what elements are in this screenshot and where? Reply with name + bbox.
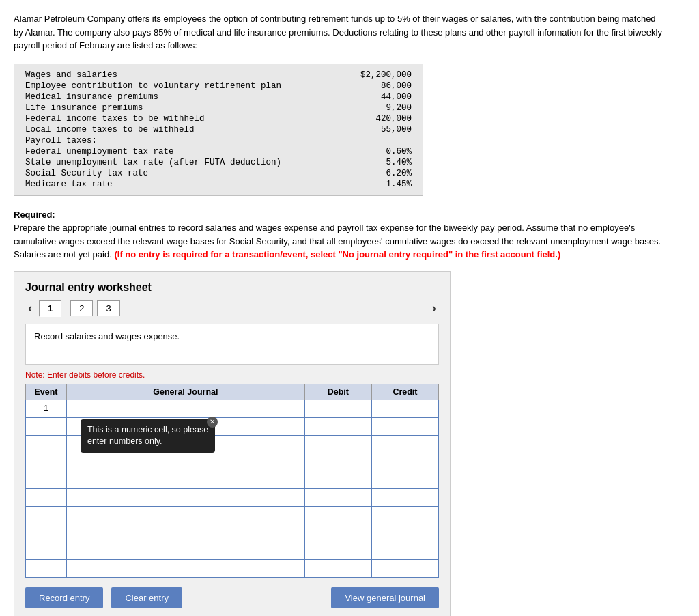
data-row-label: State unemployment tax rate (after FUTA … — [23, 157, 345, 168]
general-journal-input[interactable] — [67, 436, 304, 453]
table-row — [26, 417, 439, 435]
credit-input[interactable] — [372, 400, 438, 417]
debit-cell[interactable] — [304, 417, 371, 435]
credit-cell[interactable] — [371, 524, 438, 542]
tab-1-button[interactable]: 1 — [39, 300, 61, 317]
event-cell — [26, 435, 67, 453]
debit-cell[interactable] — [304, 453, 371, 471]
debit-input[interactable] — [305, 560, 371, 577]
instruction-box: Record salaries and wages expense. — [25, 324, 439, 365]
general-journal-cell[interactable] — [66, 453, 304, 471]
general-journal-input[interactable] — [67, 418, 304, 435]
credit-input[interactable] — [372, 524, 438, 542]
general-journal-cell[interactable] — [66, 506, 304, 524]
general-journal-cell[interactable]: This is a numeric cell, so pleaseenter n… — [66, 400, 304, 417]
event-cell — [26, 453, 67, 471]
credit-cell[interactable] — [371, 559, 438, 577]
data-row-label: Life insurance premiums — [23, 102, 345, 113]
debit-input[interactable] — [305, 489, 371, 506]
debit-input[interactable] — [305, 453, 371, 471]
tab-2-button[interactable]: 2 — [70, 300, 93, 316]
credit-cell[interactable] — [371, 542, 438, 559]
general-journal-cell[interactable] — [66, 488, 304, 506]
debit-input[interactable] — [305, 436, 371, 453]
data-row-value: 55,000 — [345, 124, 414, 135]
event-cell — [26, 524, 67, 542]
credit-cell[interactable] — [371, 471, 438, 488]
data-row-value: 44,000 — [345, 92, 414, 102]
table-row — [26, 488, 439, 506]
general-journal-cell[interactable] — [66, 435, 304, 453]
tab-divider — [66, 301, 66, 316]
general-journal-input[interactable] — [67, 453, 304, 471]
data-row-value — [345, 135, 414, 146]
credit-input[interactable] — [372, 560, 438, 577]
credit-cell[interactable] — [371, 453, 438, 471]
data-row-value: 86,000 — [345, 81, 414, 92]
data-row-value: 5.40% — [345, 157, 414, 168]
debit-input[interactable] — [305, 524, 371, 542]
debit-cell[interactable] — [304, 471, 371, 488]
tab-3-button[interactable]: 3 — [97, 300, 119, 316]
debit-cell[interactable] — [304, 559, 371, 577]
prev-tab-button[interactable]: ‹ — [25, 301, 35, 316]
data-row-label: Federal unemployment tax rate — [23, 146, 345, 157]
table-row — [26, 559, 439, 577]
general-journal-input[interactable] — [67, 560, 304, 577]
general-journal-cell[interactable] — [66, 559, 304, 577]
debit-cell[interactable] — [304, 488, 371, 506]
tooltip-wrapper: This is a numeric cell, so pleaseenter n… — [67, 400, 304, 417]
general-journal-input[interactable] — [67, 471, 304, 488]
credit-input[interactable] — [372, 489, 438, 506]
data-row-label: Wages and salaries — [23, 70, 345, 81]
debit-cell[interactable] — [304, 524, 371, 542]
general-journal-input[interactable] — [67, 524, 304, 542]
event-cell — [26, 542, 67, 559]
credit-input[interactable] — [372, 507, 438, 524]
credit-input[interactable] — [372, 436, 438, 453]
data-row-value: 9,200 — [345, 102, 414, 113]
general-journal-input[interactable] — [67, 400, 304, 417]
general-journal-input[interactable] — [67, 489, 304, 506]
record-entry-button[interactable]: Record entry — [25, 587, 103, 608]
event-cell — [26, 506, 67, 524]
debit-cell[interactable] — [304, 400, 371, 417]
data-row-label: Employee contribution to voluntary retir… — [23, 81, 345, 92]
data-row-label: Social Security tax rate — [23, 168, 345, 179]
debit-cell[interactable] — [304, 542, 371, 559]
general-journal-cell[interactable] — [66, 417, 304, 435]
payroll-data-table: Wages and salaries$2,200,000Employee con… — [14, 64, 423, 196]
general-journal-input[interactable] — [67, 507, 304, 524]
next-tab-button[interactable]: › — [429, 301, 439, 316]
credit-cell[interactable] — [371, 435, 438, 453]
general-journal-cell[interactable] — [66, 471, 304, 488]
table-row — [26, 435, 439, 453]
debit-input[interactable] — [305, 400, 371, 417]
data-row-value: 420,000 — [345, 113, 414, 124]
debit-input[interactable] — [305, 471, 371, 488]
general-journal-cell[interactable] — [66, 542, 304, 559]
debit-cell[interactable] — [304, 435, 371, 453]
clear-entry-button[interactable]: Clear entry — [111, 587, 182, 608]
view-general-journal-button[interactable]: View general journal — [331, 587, 439, 608]
data-row-label: Medical insurance premiums — [23, 92, 345, 102]
credit-cell[interactable] — [371, 506, 438, 524]
credit-input[interactable] — [372, 418, 438, 435]
credit-input[interactable] — [372, 542, 438, 559]
credit-cell[interactable] — [371, 488, 438, 506]
general-journal-input[interactable] — [67, 542, 304, 559]
event-cell — [26, 471, 67, 488]
debit-input[interactable] — [305, 507, 371, 524]
debit-input[interactable] — [305, 542, 371, 559]
data-row-value: 0.60% — [345, 146, 414, 157]
general-journal-cell[interactable] — [66, 524, 304, 542]
data-row-label: Local income taxes to be withheld — [23, 124, 345, 135]
credit-input[interactable] — [372, 453, 438, 471]
credit-input[interactable] — [372, 471, 438, 488]
credit-cell[interactable] — [371, 400, 438, 417]
data-row-value: 1.45% — [345, 179, 414, 190]
debit-cell[interactable] — [304, 506, 371, 524]
credit-cell[interactable] — [371, 417, 438, 435]
debit-input[interactable] — [305, 418, 371, 435]
header-debit: Debit — [304, 384, 371, 400]
